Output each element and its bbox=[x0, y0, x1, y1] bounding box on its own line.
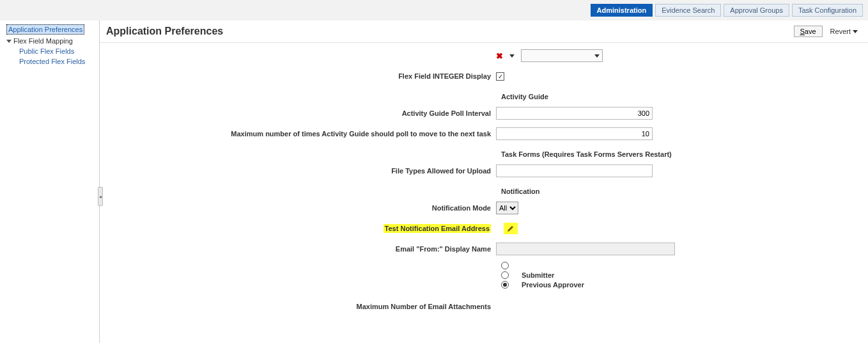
max-attachments-label: Maximum Number of Email Attachments bbox=[112, 303, 496, 310]
max-poll-label: Maximum number of times Activity Guide s… bbox=[112, 130, 496, 138]
notification-mode-label: Notification Mode bbox=[112, 204, 496, 212]
poll-interval-label: Activity Guide Poll Interval bbox=[112, 109, 496, 117]
pencil-icon bbox=[507, 225, 515, 232]
test-email-label: Test Notification Email Address bbox=[384, 224, 491, 233]
top-tab-bar: Administration Evidence Search Approval … bbox=[0, 0, 868, 20]
tab-evidence-search[interactable]: Evidence Search bbox=[655, 4, 721, 17]
dropdown-select[interactable] bbox=[521, 49, 603, 62]
tab-task-configuration[interactable]: Task Configuration bbox=[792, 4, 863, 17]
sidebar: Application Preferences Flex Field Mappi… bbox=[0, 20, 100, 343]
tab-administration[interactable]: Administration bbox=[591, 4, 653, 17]
chevron-down-icon bbox=[594, 54, 600, 58]
section-task-forms: Task Forms (Requires Task Forms Servers … bbox=[501, 150, 855, 158]
flex-int-display-checkbox[interactable]: ✓ bbox=[496, 72, 504, 81]
sidebar-item-protected-flex[interactable]: Protected Flex Fields bbox=[19, 58, 85, 65]
sidebar-item-public-flex[interactable]: Public Flex Fields bbox=[19, 47, 74, 55]
tree-toggle-icon[interactable] bbox=[6, 40, 12, 43]
caret-down-icon[interactable] bbox=[509, 54, 515, 58]
sidebar-item-app-preferences[interactable]: Application Preferences bbox=[6, 24, 84, 35]
email-from-label: Email "From:" Display Name bbox=[112, 245, 496, 253]
notification-mode-select[interactable]: All bbox=[496, 202, 518, 214]
max-poll-input[interactable] bbox=[496, 127, 653, 140]
form-scroll-area[interactable]: ✖ Flex Field INTEGER Display ✓ Activity … bbox=[100, 43, 868, 343]
remove-icon[interactable]: ✖ bbox=[496, 51, 503, 61]
chevron-down-icon bbox=[853, 30, 858, 33]
page-title: Application Preferences bbox=[106, 26, 223, 37]
poll-interval-input[interactable] bbox=[496, 107, 653, 120]
file-types-input[interactable] bbox=[496, 164, 653, 177]
email-from-radio-submitter[interactable] bbox=[501, 271, 509, 279]
file-types-label: File Types Allowed for Upload bbox=[112, 167, 496, 175]
section-activity-guide: Activity Guide bbox=[501, 93, 855, 100]
edit-test-email-button[interactable] bbox=[504, 223, 518, 234]
save-button[interactable]: Save bbox=[794, 26, 823, 37]
content-header: Application Preferences Save Revert bbox=[100, 20, 868, 43]
flex-int-display-label: Flex Field INTEGER Display bbox=[112, 72, 496, 80]
email-from-radio-blank[interactable] bbox=[501, 262, 509, 269]
radio-label-submitter: Submitter bbox=[522, 271, 554, 279]
sidebar-item-flex-mapping[interactable]: Flex Field Mapping bbox=[13, 37, 73, 45]
email-from-input bbox=[496, 243, 675, 255]
revert-menu[interactable]: Revert bbox=[826, 26, 862, 36]
tab-approval-groups[interactable]: Approval Groups bbox=[724, 4, 789, 17]
section-notification: Notification bbox=[501, 187, 855, 195]
radio-label-previous: Previous Approver bbox=[522, 281, 584, 289]
email-from-radio-previous[interactable] bbox=[501, 281, 509, 289]
